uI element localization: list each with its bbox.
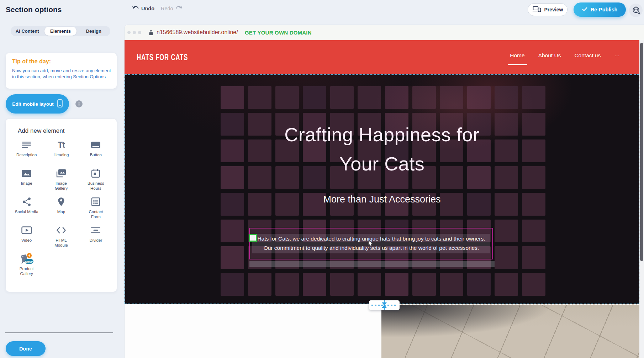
image-gallery-icon — [56, 167, 66, 179]
hero-tile — [495, 220, 518, 242]
hero-tile — [412, 86, 436, 109]
hero-tile — [221, 86, 244, 109]
hero-section-selected[interactable]: Crafting Happiness for Your Cats More th… — [125, 74, 639, 304]
browser-chrome-bar: n1566589.websitebuilder.online/ GET YOUR… — [125, 25, 644, 40]
hero-tile — [440, 86, 463, 109]
add-element-title: Add new element — [18, 127, 64, 135]
site-header: HATS FOR CATS Home About Us Contact us ·… — [125, 40, 639, 74]
element-contact-form[interactable]: Contact Form — [79, 196, 113, 224]
element-grid: Description Tt Heading Button Image — [9, 139, 113, 281]
tab-design[interactable]: Design — [78, 27, 110, 36]
tip-of-the-day-card: Tip of the day: Now you can add, move an… — [6, 53, 117, 89]
tab-elements[interactable]: Elements — [44, 27, 76, 36]
site-preview-canvas: n1566589.websitebuilder.online/ GET YOUR… — [125, 25, 644, 358]
done-button[interactable]: Done — [6, 341, 46, 356]
undo-button[interactable]: Undo — [132, 6, 154, 11]
element-business-hours[interactable]: Business Hours — [79, 167, 113, 196]
element-divider[interactable]: Divider — [79, 224, 113, 253]
hero-tile — [330, 273, 354, 296]
element-heading[interactable]: Tt Heading — [44, 139, 78, 167]
paving-stones-image — [381, 304, 639, 358]
redo-icon — [176, 6, 183, 11]
nav-home[interactable]: Home — [510, 52, 524, 59]
element-description[interactable]: Description — [9, 139, 44, 167]
hero-tile — [248, 86, 271, 109]
hero-tile — [303, 273, 326, 296]
hero-tile — [275, 86, 299, 109]
nav-contact-us[interactable]: Contact us — [574, 52, 601, 59]
hero-tile — [522, 273, 545, 296]
globe-badge-dot — [638, 12, 640, 15]
hero-tile — [221, 273, 244, 296]
hero-tile — [495, 273, 518, 296]
website-builder-app: Section options Undo Redo Preview Re-Pub… — [0, 0, 644, 358]
phone-icon — [57, 99, 63, 109]
element-video[interactable]: Video — [9, 224, 44, 253]
hero-tile — [330, 86, 354, 109]
hero-tile — [385, 86, 408, 109]
get-your-own-domain-link[interactable]: GET YOUR OWN DOMAIN — [245, 30, 312, 36]
nav-more-menu[interactable]: ··· — [614, 52, 620, 59]
redo-label: Redo — [161, 6, 173, 11]
hero-tile — [221, 220, 244, 242]
tab-ai-content[interactable]: AI Content — [11, 27, 43, 36]
html-module-icon — [56, 224, 66, 236]
canvas-scrollbar-track[interactable] — [639, 40, 644, 358]
button-icon — [91, 139, 101, 151]
hero-tile — [495, 86, 518, 109]
hero-tile — [303, 86, 326, 109]
element-html-module[interactable]: HTML Module — [44, 224, 78, 253]
contact-form-icon — [91, 196, 100, 208]
video-play-icon — [21, 224, 32, 236]
sidebar-divider — [5, 332, 113, 333]
check-icon — [582, 7, 587, 12]
business-hours-icon — [91, 167, 100, 179]
lock-icon — [149, 30, 153, 37]
element-image[interactable]: Image — [9, 167, 44, 196]
canvas-scrollbar-thumb[interactable] — [640, 43, 643, 261]
hero-subheading[interactable]: More than Just Accessories — [125, 194, 639, 205]
hero-heading[interactable]: Crafting Happiness for Your Cats — [125, 120, 639, 178]
preview-label: Preview — [544, 7, 563, 12]
map-pin-icon — [57, 196, 65, 208]
hero-tile — [358, 273, 381, 296]
element-map[interactable]: Map — [44, 196, 78, 224]
nav-about-us[interactable]: About Us — [538, 52, 561, 59]
section-resize-handle[interactable] — [369, 300, 400, 310]
hero-tile — [467, 273, 491, 296]
mouse-cursor-icon — [368, 240, 373, 248]
add-new-element-panel: Add new element Description Tt Heading B… — [6, 119, 117, 292]
devices-icon — [532, 6, 541, 13]
site-nav: Home About Us Contact us ··· — [510, 52, 620, 59]
product-gallery-icon: SHOP — [20, 253, 34, 265]
heading-icon: Tt — [58, 139, 65, 151]
edit-mobile-label: Edit mobile layout — [12, 101, 53, 107]
info-icon[interactable] — [75, 100, 83, 108]
section-options-tabs: AI Content Elements Design — [11, 26, 110, 36]
hero-tile — [275, 273, 299, 296]
republish-label: Re-Publish — [591, 7, 618, 12]
page-title: Section options — [6, 5, 62, 14]
hero-tile — [522, 220, 545, 242]
undo-icon — [132, 6, 139, 11]
hero-tile — [495, 246, 518, 269]
element-social-media[interactable]: Social Media — [9, 196, 44, 224]
hero-tile — [440, 273, 463, 296]
republish-button[interactable]: Re-Publish — [574, 2, 626, 17]
browser-dot-1 — [127, 31, 131, 34]
site-url[interactable]: n1566589.websitebuilder.online/ — [157, 29, 238, 36]
social-media-icon — [22, 196, 31, 208]
site-brand-logo[interactable]: HATS FOR CATS — [137, 52, 188, 62]
next-section — [125, 304, 639, 358]
language-globe-button[interactable] — [629, 4, 643, 17]
element-image-gallery[interactable]: Image Gallery — [44, 167, 78, 196]
redo-button[interactable]: Redo — [161, 6, 183, 11]
preview-button[interactable]: Preview — [528, 3, 568, 16]
hero-tile — [467, 86, 491, 109]
hero-tile — [522, 86, 545, 109]
browser-dot-3 — [138, 31, 141, 34]
element-button[interactable]: Button — [79, 139, 113, 167]
tip-title: Tip of the day: — [12, 58, 112, 65]
element-product-gallery[interactable]: SHOP Product Gallery — [9, 253, 44, 281]
edit-mobile-layout-button[interactable]: Edit mobile layout — [6, 94, 69, 114]
